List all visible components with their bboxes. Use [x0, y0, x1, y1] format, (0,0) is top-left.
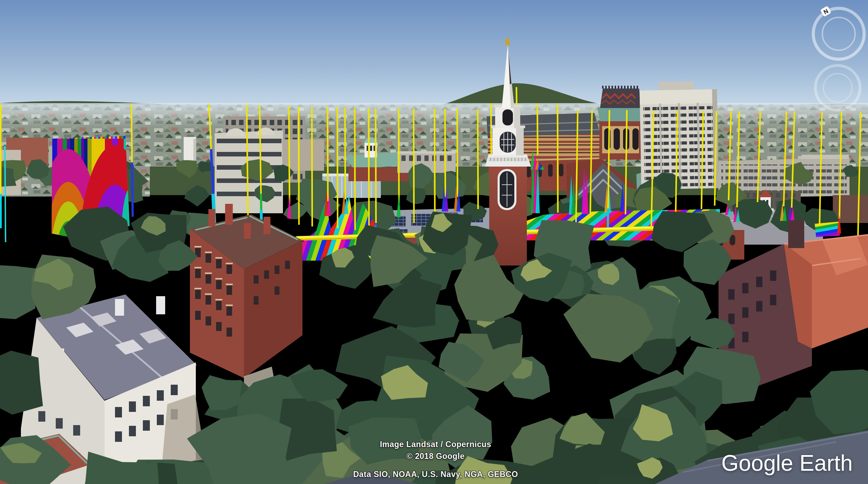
thayer-hall [190, 204, 302, 378]
kml-altitude-line [558, 104, 558, 213]
kml-altitude-line [355, 108, 355, 230]
attribution-imagery: Image Landsat / Copernicus [331, 440, 540, 449]
kml-altitude-line [435, 109, 435, 223]
kml-altitude-line [457, 109, 458, 197]
kml-altitude-line [399, 108, 399, 203]
kml-altitude-line [337, 107, 338, 228]
kml-altitude-line [312, 107, 312, 226]
william-james-hall [639, 81, 719, 190]
kml-altitude-line [369, 108, 369, 231]
kml-ribbon [815, 222, 840, 237]
kml-altitude-line [5, 146, 6, 242]
kml-altitude-line [376, 108, 376, 225]
kml-altitude-line [345, 108, 345, 199]
attribution-data-sources: Data SIO, NOAA, U.S. Navy, NGA, GEBCO [331, 470, 540, 479]
google-earth-logo: Google Earth [721, 450, 853, 476]
kml-altitude-line [299, 107, 299, 225]
attribution-copyright: © 2018 Google [331, 452, 540, 461]
kml-altitude-line [414, 108, 414, 223]
kml-altitude-line [328, 107, 328, 201]
kml-altitude-line [445, 109, 445, 197]
kml-altitude-line [537, 104, 538, 155]
kml-altitude-line [478, 109, 478, 209]
kml-altitude-line [289, 106, 290, 204]
earth-3d-viewport[interactable]: N [0, 0, 868, 484]
google-earth-window: N Image Landsat / Copernicus © 2018 Goog… [0, 0, 868, 484]
memorial-hall-tower [597, 87, 644, 160]
kml-altitude-line [131, 104, 132, 164]
